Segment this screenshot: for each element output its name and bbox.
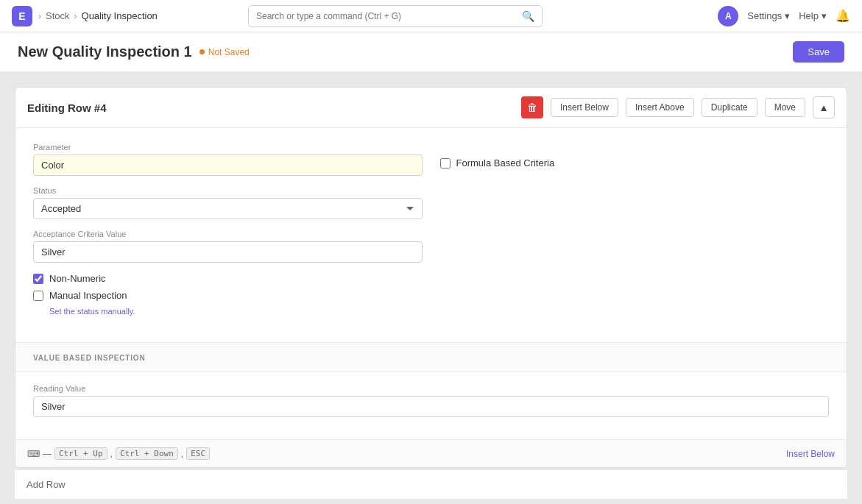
acceptance-criteria-group: Acceptance Criteria Value: [33, 230, 423, 263]
reading-value-input[interactable]: [33, 396, 829, 417]
parameter-input[interactable]: [33, 155, 423, 176]
footer-insert-below-button[interactable]: Insert Below: [786, 449, 835, 459]
formula-based-checkbox[interactable]: [440, 158, 451, 168]
formula-based-label: Formula Based Criteria: [456, 157, 555, 168]
acceptance-criteria-label: Acceptance Criteria Value: [33, 230, 423, 238]
breadcrumb: › Stock › Quality Inspection: [38, 10, 158, 21]
comma-2: ,: [181, 449, 183, 459]
search-input[interactable]: [256, 11, 522, 21]
keyboard-dash: —: [43, 449, 52, 459]
comma-1: ,: [110, 449, 113, 459]
panel-title: Editing Row #4: [27, 102, 514, 114]
section-title: VALUE BASED INSPECTION: [33, 354, 145, 362]
status-label: Status: [33, 186, 423, 195]
duplicate-button[interactable]: Duplicate: [702, 98, 757, 117]
add-row-bar: Add Row: [15, 469, 847, 499]
panel-footer: ⌨ — Ctrl + Up , Ctrl + Down , ESC Insert…: [15, 439, 847, 467]
settings-button[interactable]: Settings ▾: [747, 10, 790, 21]
section-body: Reading Value: [15, 372, 847, 439]
delete-button[interactable]: 🗑: [521, 96, 543, 118]
keyboard-hints: ⌨ — Ctrl + Up , Ctrl + Down , ESC: [27, 447, 210, 460]
breadcrumb-sep-2: ›: [74, 11, 77, 21]
not-saved-label: Not Saved: [208, 47, 250, 57]
move-button[interactable]: Move: [765, 98, 805, 117]
manual-inspection-checkbox[interactable]: [33, 291, 43, 301]
main-content: Editing Row #4 🗑 Insert Below Insert Abo…: [0, 72, 862, 504]
notification-icon[interactable]: 🔔: [835, 9, 850, 23]
editing-panel: Editing Row #4 🗑 Insert Below Insert Abo…: [15, 87, 847, 468]
status-select[interactable]: Accepted Rejected Pending: [33, 198, 423, 219]
not-saved-dot: [199, 49, 205, 54]
breadcrumb-sep-1: ›: [38, 11, 41, 21]
breadcrumb-quality-inspection[interactable]: Quality Inspection: [82, 10, 158, 21]
non-numeric-checkbox[interactable]: [33, 274, 43, 284]
collapse-button[interactable]: ▲: [813, 96, 835, 118]
parameter-label: Parameter: [33, 143, 423, 152]
parameter-group: Parameter: [33, 143, 423, 176]
save-button[interactable]: Save: [793, 41, 844, 63]
status-group: Status Accepted Rejected Pending: [33, 186, 423, 219]
form-row-top: Parameter Status Accepted Rejected Pendi…: [33, 143, 829, 316]
breadcrumb-stock[interactable]: Stock: [46, 10, 70, 21]
search-icon: 🔍: [522, 10, 534, 22]
nav-right: A Settings ▾ Help ▾ 🔔: [718, 6, 850, 26]
form-body: Parameter Status Accepted Rejected Pendi…: [15, 128, 847, 342]
non-numeric-label: Non-Numeric: [49, 273, 106, 284]
move-label: Move: [774, 102, 796, 113]
add-row-button[interactable]: Add Row: [27, 479, 66, 490]
insert-above-button[interactable]: Insert Above: [626, 98, 694, 117]
manual-inspection-label: Manual Inspection: [49, 290, 127, 301]
manual-inspection-hint: Set the status manually.: [49, 307, 423, 316]
formula-check-group: Formula Based Criteria: [440, 157, 830, 168]
page-title-text: New Quality Inspection 1: [18, 43, 192, 60]
kbd-ctrl-down: Ctrl + Down: [116, 447, 178, 460]
insert-below-button[interactable]: Insert Below: [551, 98, 618, 117]
app-icon[interactable]: E: [12, 6, 32, 26]
not-saved-badge: Not Saved: [199, 47, 250, 57]
manual-inspection-group: Manual Inspection: [33, 290, 423, 301]
panel-header: Editing Row #4 🗑 Insert Below Insert Abo…: [15, 88, 847, 128]
collapse-icon: ▲: [819, 102, 828, 113]
top-nav: E › Stock › Quality Inspection 🔍 A Setti…: [0, 0, 862, 32]
search-bar[interactable]: 🔍: [248, 5, 543, 27]
kbd-ctrl-up: Ctrl + Up: [54, 447, 107, 460]
form-col-left: Parameter Status Accepted Rejected Pendi…: [33, 143, 423, 316]
page-title: New Quality Inspection 1 Not Saved: [18, 43, 250, 60]
acceptance-criteria-input[interactable]: [33, 241, 423, 263]
formula-col: Formula Based Criteria: [440, 143, 830, 316]
help-button[interactable]: Help ▾: [799, 10, 827, 21]
non-numeric-group: Non-Numeric: [33, 273, 423, 284]
reading-value-group: Reading Value: [33, 384, 829, 417]
kbd-esc: ESC: [186, 447, 210, 460]
page-header: New Quality Inspection 1 Not Saved Save: [0, 32, 862, 72]
avatar[interactable]: A: [718, 6, 738, 26]
value-based-section-header: VALUE BASED INSPECTION: [15, 342, 847, 372]
reading-value-label: Reading Value: [33, 384, 829, 393]
keyboard-icon: ⌨: [27, 449, 40, 459]
